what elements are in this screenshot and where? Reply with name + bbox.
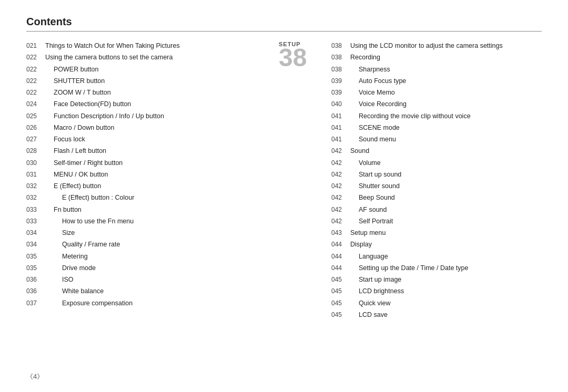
entry-label: Exposure compensation <box>45 298 133 308</box>
entry-number: 035 <box>26 263 45 273</box>
page-title: Contents <box>26 16 542 32</box>
list-item: 021Things to Watch Out for When Taking P… <box>26 41 273 51</box>
list-item: 045Quick view <box>331 298 542 308</box>
entry-number: 044 <box>331 252 350 261</box>
entry-label: Display <box>350 240 372 250</box>
entry-number: 042 <box>331 158 350 168</box>
list-item: 045LCD save <box>331 310 542 320</box>
list-item: 035Drive mode <box>26 263 273 273</box>
entry-label: Macro / Down button <box>45 123 114 133</box>
entry-number: 038 <box>331 65 350 74</box>
entry-number: 037 <box>26 298 45 308</box>
entry-number: 039 <box>331 76 350 86</box>
list-item: 038Using the LCD monitor to adjust the c… <box>331 41 542 51</box>
entry-number: 043 <box>331 228 350 238</box>
title-section: Contents <box>26 16 542 32</box>
entry-number: 036 <box>26 286 45 296</box>
list-item: 036White balance <box>26 286 273 296</box>
entry-label: Setting up the Date / Time / Date type <box>350 263 468 273</box>
entry-label: Function Description / Info / Up button <box>45 111 164 121</box>
entry-label: Auto Focus type <box>350 76 406 86</box>
list-item: 040Voice Recording <box>331 99 542 109</box>
entry-label: Sharpness <box>350 65 390 75</box>
entry-label: Self-timer / Right button <box>45 158 123 168</box>
list-item: 042Shutter sound <box>331 181 542 191</box>
list-item: 035Metering <box>26 252 273 262</box>
entry-label: AF sound <box>350 205 387 215</box>
entry-label: Metering <box>45 252 88 262</box>
setup-label: SETUP 38 <box>279 41 307 70</box>
entry-label: Drive mode <box>45 263 96 273</box>
entry-number: 041 <box>331 123 350 132</box>
entry-number: 045 <box>331 298 350 308</box>
list-item: 032E (Effect) button <box>26 181 273 191</box>
entry-number: 031 <box>26 170 45 179</box>
entry-label: Start up image <box>350 275 401 285</box>
list-item: 037Exposure compensation <box>26 298 273 308</box>
entry-number: 024 <box>26 99 45 109</box>
entry-label: SHUTTER button <box>45 76 105 86</box>
entry-label: Voice Recording <box>350 99 407 109</box>
entry-label: Using the camera buttons to set the came… <box>45 53 173 63</box>
list-item: 038Sharpness <box>331 65 542 75</box>
entry-label: Self Portrait <box>350 216 393 226</box>
entry-number: 042 <box>331 193 350 202</box>
entry-number: 045 <box>331 286 350 296</box>
entry-label: LCD brightness <box>350 286 404 296</box>
list-item: 034Size <box>26 228 273 238</box>
entry-label: Things to Watch Out for When Taking Pict… <box>45 41 180 51</box>
list-item: 039Voice Memo <box>331 88 542 98</box>
entry-label: Face Detection(FD) button <box>45 99 131 109</box>
footer-page-number: 《4》 <box>26 372 44 381</box>
list-item: 042AF sound <box>331 205 542 215</box>
entry-label: Flash / Left button <box>45 146 106 156</box>
list-item: 022ZOOM W / T button <box>26 88 273 98</box>
entry-label: Shutter sound <box>350 181 400 191</box>
entry-number: 045 <box>331 275 350 284</box>
list-item: 030Self-timer / Right button <box>26 158 273 168</box>
entry-number: 044 <box>331 263 350 273</box>
list-item: 043Setup menu <box>331 228 542 238</box>
entry-number: 045 <box>331 310 350 319</box>
entry-number: 026 <box>26 123 45 132</box>
entry-label: How to use the Fn menu <box>45 216 134 226</box>
right-column: SETUP 38 038Using the LCD monitor to adj… <box>289 41 542 322</box>
list-item: 039Auto Focus type <box>331 76 542 86</box>
entry-label: Recording <box>350 53 380 63</box>
list-item: 022SHUTTER button <box>26 76 273 86</box>
entry-number: 032 <box>26 181 45 191</box>
list-item: 024Face Detection(FD) button <box>26 99 273 109</box>
list-item: 044Language <box>331 252 542 262</box>
entry-number: 038 <box>331 53 350 62</box>
list-item: 025Function Description / Info / Up butt… <box>26 111 273 121</box>
entry-label: Volume <box>350 158 381 168</box>
entry-label: Recording the movie clip without voice <box>350 111 471 121</box>
left-column: 021Things to Watch Out for When Taking P… <box>26 41 289 322</box>
entry-label: Size <box>45 228 75 238</box>
list-item: 028Flash / Left button <box>26 146 273 156</box>
list-item: 027Focus lock <box>26 135 273 145</box>
list-item: 044Setting up the Date / Time / Date typ… <box>331 263 542 273</box>
entry-label: E (Effect) button <box>45 181 101 191</box>
entry-number: 034 <box>26 228 45 238</box>
entry-number: 028 <box>26 146 45 156</box>
entry-label: Sound menu <box>350 135 396 145</box>
entry-label: Fn button <box>45 205 82 215</box>
entry-number: 032 <box>26 193 45 202</box>
list-item: 042Sound <box>331 146 542 156</box>
list-item: 042Self Portrait <box>331 216 542 226</box>
entry-label: Focus lock <box>45 135 85 145</box>
list-item: 041Sound menu <box>331 135 542 145</box>
entry-number: 044 <box>331 240 350 249</box>
list-item: 045LCD brightness <box>331 286 542 296</box>
entry-number: 041 <box>331 135 350 144</box>
list-item: 045Start up image <box>331 275 542 285</box>
entry-number: 036 <box>26 275 45 284</box>
entry-label: Using the LCD monitor to adjust the came… <box>350 41 503 51</box>
list-item: 033How to use the Fn menu <box>26 216 273 226</box>
entry-number: 033 <box>26 205 45 214</box>
right-entries: 038Using the LCD monitor to adjust the c… <box>331 41 542 320</box>
entry-number: 022 <box>26 65 45 74</box>
entry-number: 042 <box>331 146 350 156</box>
entry-number: 022 <box>26 76 45 86</box>
